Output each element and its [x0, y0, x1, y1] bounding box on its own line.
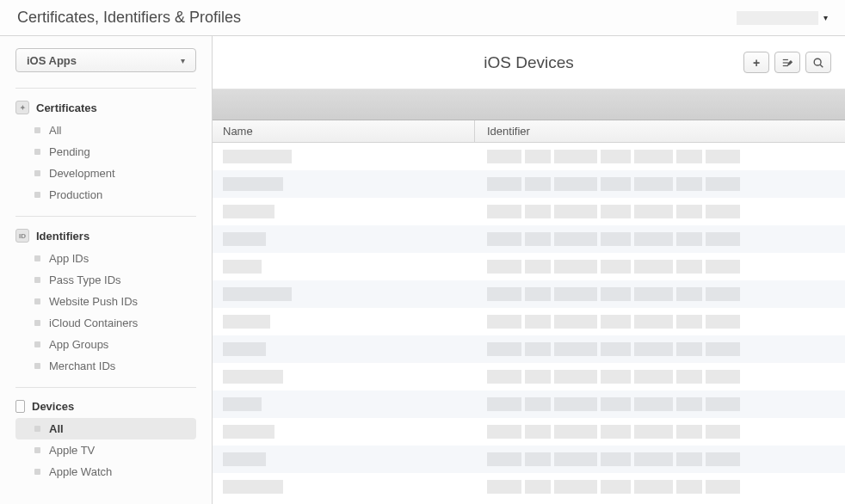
- bullet-icon: [34, 469, 40, 475]
- sidebar-item-apple-tv[interactable]: Apple TV: [15, 439, 196, 461]
- search-button[interactable]: [805, 52, 831, 73]
- redacted-value: [223, 232, 266, 246]
- sidebar-item-website-push-ids[interactable]: Website Push IDs: [15, 291, 196, 312]
- sidebar-item-pass-type-ids[interactable]: Pass Type IDs: [15, 269, 196, 291]
- cell-name: [213, 425, 475, 439]
- top-header: Certificates, Identifiers & Profiles ▾: [0, 0, 845, 36]
- sidebar-item-label: App Groups: [49, 338, 108, 351]
- sidebar-item-certificates-development[interactable]: Development: [15, 163, 196, 184]
- table-row[interactable]: [213, 418, 845, 446]
- bullet-icon: [34, 298, 40, 304]
- main-layout: iOS Apps ▾ ✦ Certificates All Pending De…: [0, 36, 845, 504]
- cell-name: [213, 150, 475, 163]
- edit-button[interactable]: [774, 52, 800, 73]
- user-account-dropdown[interactable]: ▾: [737, 11, 828, 25]
- sidebar-item-devices-all[interactable]: All: [15, 418, 196, 439]
- redacted-value: [223, 425, 274, 439]
- column-header-identifier[interactable]: Identifier: [475, 120, 845, 142]
- cell-identifier: [475, 287, 845, 301]
- sidebar-section-identifiers: ID Identifiers App IDs Pass Type IDs Web…: [0, 216, 212, 377]
- sidebar-item-label: All: [49, 124, 61, 137]
- bullet-icon: [34, 277, 40, 283]
- bullet-icon: [34, 192, 40, 198]
- sidebar-header-certificates: ✦ Certificates: [0, 97, 212, 120]
- redacted-value: [487, 452, 740, 466]
- chevron-down-icon: ▾: [181, 56, 185, 65]
- page-title: Certificates, Identifiers & Profiles: [17, 9, 241, 27]
- column-header-name[interactable]: Name: [213, 120, 475, 142]
- table-row[interactable]: [213, 280, 845, 308]
- sidebar-item-apple-watch[interactable]: Apple Watch: [15, 461, 196, 482]
- cell-identifier: [475, 480, 845, 494]
- content-header: iOS Devices +: [213, 36, 845, 89]
- divider: [15, 88, 196, 89]
- redacted-value: [487, 205, 740, 218]
- cell-identifier: [475, 452, 845, 466]
- redacted-value: [223, 342, 266, 356]
- content-area: iOS Devices +: [213, 36, 845, 504]
- svg-point-3: [814, 58, 821, 65]
- redacted-value: [487, 425, 740, 439]
- redacted-value: [223, 315, 270, 329]
- redacted-value: [223, 287, 292, 301]
- redacted-value: [487, 287, 740, 301]
- sidebar-item-label: Pending: [49, 145, 90, 158]
- sidebar-item-app-ids[interactable]: App IDs: [15, 248, 196, 269]
- sidebar-item-label: Production: [49, 188, 102, 201]
- cell-identifier: [475, 342, 845, 356]
- table-row[interactable]: [213, 446, 845, 473]
- cell-name: [213, 397, 475, 411]
- divider: [15, 216, 196, 217]
- plus-icon: +: [753, 56, 760, 70]
- edit-list-icon: [781, 57, 793, 69]
- cell-name: [213, 480, 475, 494]
- table-row[interactable]: [213, 335, 845, 363]
- redacted-value: [487, 232, 740, 246]
- add-button[interactable]: +: [743, 52, 769, 73]
- sidebar-item-certificates-pending[interactable]: Pending: [15, 141, 196, 163]
- cell-identifier: [475, 315, 845, 329]
- table-row[interactable]: [213, 225, 845, 253]
- redacted-value: [487, 342, 740, 356]
- table-row[interactable]: [213, 143, 845, 170]
- sidebar-section-devices: Devices All Apple TV Apple Watch: [0, 387, 212, 482]
- bullet-icon: [34, 447, 40, 453]
- cell-name: [213, 370, 475, 384]
- sidebar-item-app-groups[interactable]: App Groups: [15, 334, 196, 355]
- sidebar-item-label: Website Push IDs: [49, 295, 138, 308]
- bullet-icon: [34, 127, 40, 133]
- table-row[interactable]: [213, 253, 845, 280]
- sidebar-item-merchant-ids[interactable]: Merchant IDs: [15, 355, 196, 377]
- redacted-value: [487, 177, 740, 191]
- cell-identifier: [475, 177, 845, 191]
- redacted-value: [487, 370, 740, 384]
- sidebar-section-title: Identifiers: [36, 230, 89, 243]
- sidebar-item-certificates-all[interactable]: All: [15, 120, 196, 141]
- redacted-value: [223, 370, 283, 384]
- table-row[interactable]: [213, 170, 845, 198]
- platform-selector-dropdown[interactable]: iOS Apps ▾: [15, 48, 196, 72]
- sidebar-item-icloud-containers[interactable]: iCloud Containers: [15, 312, 196, 334]
- bullet-icon: [34, 363, 40, 369]
- cell-identifier: [475, 370, 845, 384]
- redacted-value: [223, 150, 292, 163]
- cell-identifier: [475, 205, 845, 218]
- cell-name: [213, 232, 475, 246]
- sidebar-item-label: Pass Type IDs: [49, 274, 121, 286]
- sidebar-header-identifiers: ID Identifiers: [0, 225, 212, 248]
- sidebar-section-title: Certificates: [36, 101, 97, 114]
- cell-identifier: [475, 425, 845, 439]
- sidebar-item-certificates-production[interactable]: Production: [15, 184, 196, 206]
- cell-identifier: [475, 397, 845, 411]
- divider: [15, 387, 196, 388]
- table-row[interactable]: [213, 198, 845, 225]
- id-icon: ID: [15, 229, 29, 243]
- redacted-value: [487, 480, 740, 494]
- table-row[interactable]: [213, 308, 845, 335]
- sidebar-section-certificates: ✦ Certificates All Pending Development P…: [0, 88, 212, 206]
- bullet-icon: [34, 170, 40, 176]
- table-row[interactable]: [213, 473, 845, 501]
- table-row[interactable]: [213, 390, 845, 418]
- devices-table[interactable]: [213, 143, 845, 504]
- table-row[interactable]: [213, 363, 845, 390]
